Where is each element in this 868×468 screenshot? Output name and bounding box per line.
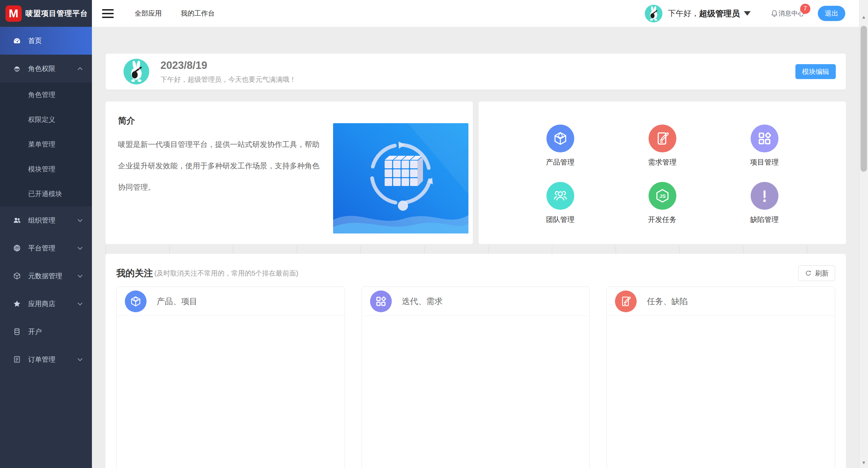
globe-icon [13, 244, 21, 252]
module-label: 开发任务 [648, 215, 677, 224]
role-permission-submenu: 角色管理 权限定义 菜单管理 模块管理 已开通模块 [0, 82, 92, 206]
scroll-down-icon[interactable]: ▼ [860, 460, 868, 465]
follow-title: 我的关注 [116, 267, 153, 279]
sidebar-item-label: 角色权限 [28, 64, 55, 73]
message-center[interactable]: 消息中心 7 [770, 9, 804, 18]
module-requirement-management[interactable]: 需求管理 [648, 125, 677, 167]
refresh-icon [805, 269, 812, 277]
sidebar-subitem-opened-modules[interactable]: 已开通模块 [0, 182, 92, 206]
sidebar-subitem-role-management[interactable]: 角色管理 [0, 82, 92, 107]
module-dev-tasks[interactable]: JS 开发任务 [648, 182, 677, 224]
module-label: 缺陷管理 [750, 215, 779, 224]
cube-outline-icon [13, 272, 21, 280]
refresh-label: 刷新 [815, 269, 829, 278]
follow-card-label: 任务、缺陷 [647, 296, 688, 307]
intro-banner-illustration [333, 123, 468, 233]
exclamation-icon [757, 188, 772, 204]
cube-icon [553, 131, 568, 146]
follow-cards: 产品、项目 迭代、需求 [116, 286, 835, 468]
vertical-scrollbar[interactable]: ▲ ▼ [859, 0, 868, 468]
rabbit-avatar-icon [645, 5, 662, 22]
order-document-icon [13, 355, 21, 363]
menu-my-workbench[interactable]: 我的工作台 [181, 9, 215, 18]
refresh-button[interactable]: 刷新 [798, 265, 835, 281]
logout-button[interactable]: 退出 [818, 6, 845, 21]
sidebar-item-appstore[interactable]: 应用商店 [0, 290, 92, 318]
greeting-prefix: 下午好， [668, 8, 699, 19]
follow-card-header: 迭代、需求 [362, 287, 590, 316]
module-project-management[interactable]: 项目管理 [750, 125, 779, 167]
role-user-icon [13, 64, 21, 73]
follow-card-iteration-requirement: 迭代、需求 [362, 286, 590, 468]
follow-subtitle: (及时取消关注不常用的，常用的5个排在最前面) [154, 269, 298, 278]
intro-text: 唛盟是新一代项目管理平台，提供一站式研发协作工具，帮助企业提升研发效能，使用于多… [118, 134, 325, 198]
js-hexagon-icon: JS [655, 188, 670, 204]
overview-row: 简介 唛盟是新一代项目管理平台，提供一站式研发协作工具，帮助企业提升研发效能，使… [105, 101, 846, 244]
sidebar-item-orders[interactable]: 订单管理 [0, 345, 92, 373]
welcome-avatar [123, 59, 149, 85]
cube-cycle-illustration-icon [333, 123, 468, 233]
module-label: 产品管理 [546, 157, 575, 167]
scroll-up-icon[interactable]: ▲ [860, 14, 868, 20]
follow-card-label: 迭代、需求 [402, 296, 443, 307]
grid-diamond-icon [375, 295, 387, 307]
topbar: M 唛盟项目管理平台 全部应用 我的工作台 [0, 0, 868, 27]
sidebar-item-metadata[interactable]: 元数据管理 [0, 262, 92, 290]
topbar-right: 下午好，超级管理员 消息中心 7 退出 [645, 5, 868, 22]
doc-edit-icon [620, 295, 632, 307]
logo[interactable]: M 唛盟项目管理平台 [0, 0, 92, 27]
hamburger-menu-icon[interactable] [102, 9, 114, 18]
sidebar-item-organization[interactable]: 组织管理 [0, 206, 92, 234]
sidebar-item-label: 组织管理 [28, 216, 55, 225]
chevron-down-icon [78, 217, 82, 222]
organization-users-icon [13, 216, 21, 224]
app-root: M 唛盟项目管理平台 全部应用 我的工作台 [0, 0, 868, 468]
follow-card-header: 产品、项目 [117, 287, 345, 316]
grid-diamond-icon [757, 131, 772, 146]
module-label: 团队管理 [546, 215, 575, 224]
menu-all-apps[interactable]: 全部应用 [135, 9, 162, 18]
follow-header: 我的关注 (及时取消关注不常用的，常用的5个排在最前面) 刷新 [116, 265, 835, 281]
module-label: 项目管理 [750, 157, 779, 167]
scrollbar-thumb[interactable] [861, 26, 867, 172]
sidebar-item-label: 首页 [28, 36, 42, 45]
welcome-date: 2023/8/19 [160, 59, 296, 72]
sidebar-subitem-menu-management[interactable]: 菜单管理 [0, 132, 92, 157]
welcome-message: 下午好，超级管理员，今天也要元气满满哦！ [160, 75, 296, 84]
chevron-up-icon [78, 67, 82, 72]
modules-card: 产品管理 需求管理 [479, 101, 846, 244]
follow-card-header: 任务、缺陷 [607, 287, 835, 316]
logo-m-icon: M [5, 5, 22, 22]
module-defect-management[interactable]: 缺陷管理 [750, 182, 779, 224]
follow-card-task-defect: 任务、缺陷 [606, 286, 835, 468]
database-icon [13, 327, 21, 336]
module-team-management[interactable]: 团队管理 [546, 182, 575, 224]
chevron-down-icon [78, 300, 82, 305]
intro-card: 简介 唛盟是新一代项目管理平台，提供一站式研发协作工具，帮助企业提升研发效能，使… [105, 101, 473, 244]
sidebar-subitem-module-management[interactable]: 模块管理 [0, 157, 92, 182]
doc-edit-icon [655, 131, 670, 146]
top-menu: 全部应用 我的工作台 [135, 9, 215, 18]
sidebar-item-role-permission[interactable]: 角色权限 [0, 55, 92, 82]
module-edit-button[interactable]: 模块编辑 [795, 64, 836, 79]
module-label: 需求管理 [648, 157, 677, 167]
sidebar-item-label: 元数据管理 [28, 272, 62, 281]
sidebar-item-open-account[interactable]: 开户 [0, 318, 92, 345]
sidebar-subitem-permission-definition[interactable]: 权限定义 [0, 107, 92, 132]
main-content: 2023/8/19 下午好，超级管理员，今天也要元气满满哦！ 模块编辑 简介 唛… [92, 27, 859, 468]
bell-icon [770, 10, 778, 18]
sidebar-item-label: 开户 [28, 327, 42, 336]
follow-section: 我的关注 (及时取消关注不常用的，常用的5个排在最前面) 刷新 [105, 254, 846, 468]
follow-card-product-project: 产品、项目 [116, 286, 345, 468]
user-avatar[interactable] [645, 5, 662, 22]
chevron-down-icon [78, 273, 82, 277]
chevron-down-icon [744, 11, 751, 16]
user-greeting-dropdown[interactable]: 下午好，超级管理员 [668, 8, 751, 19]
sidebar-item-platform[interactable]: 平台管理 [0, 234, 92, 262]
star-icon [13, 300, 21, 308]
welcome-card: 2023/8/19 下午好，超级管理员，今天也要元气满满哦！ 模块编辑 [105, 54, 846, 90]
follow-card-label: 产品、项目 [157, 296, 197, 307]
sidebar-item-home[interactable]: 首页 [0, 27, 92, 55]
module-product-management[interactable]: 产品管理 [546, 125, 575, 167]
rabbit-avatar-icon [123, 59, 149, 85]
